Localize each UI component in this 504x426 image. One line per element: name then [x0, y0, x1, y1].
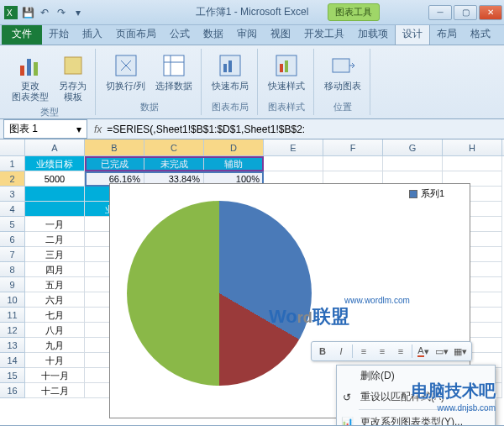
quick-layout-button[interactable]: 快速布局	[208, 50, 252, 99]
outline-button[interactable]: ▭▾	[434, 344, 449, 359]
tab-design[interactable]: 设计	[395, 23, 430, 45]
cell[interactable]: 二月	[25, 232, 85, 247]
cell[interactable]: 十一月	[25, 368, 85, 383]
tab-view[interactable]: 视图	[264, 24, 297, 45]
quick-styles-label: 快速样式	[268, 81, 305, 92]
cell[interactable]: 一月	[25, 217, 85, 232]
name-box[interactable]: 图表 1 ▾	[3, 119, 87, 139]
row-header[interactable]: 14	[0, 353, 25, 368]
col-header-b[interactable]: B	[85, 139, 144, 155]
row-header[interactable]: 8	[0, 262, 25, 277]
cell[interactable]: 十二月	[25, 383, 85, 398]
cell[interactable]: 七月	[25, 308, 85, 323]
font-color-button[interactable]: A▾	[416, 344, 431, 359]
maximize-button[interactable]: ▢	[454, 5, 477, 20]
cell[interactable]	[323, 156, 383, 171]
minimize-button[interactable]: ─	[428, 5, 452, 20]
row-header[interactable]: 6	[0, 232, 25, 247]
redo-icon[interactable]: ↷	[54, 5, 69, 20]
name-box-dropdown-icon[interactable]: ▾	[76, 124, 81, 135]
col-header-h[interactable]: H	[443, 139, 502, 155]
row-header[interactable]: 10	[0, 292, 25, 308]
menu-item[interactable]: 📊更改系列图表类型(Y)...	[337, 412, 495, 425]
quick-styles-button[interactable]: 快速样式	[265, 50, 308, 99]
tab-layout[interactable]: 布局	[430, 24, 464, 45]
cell[interactable]	[443, 156, 502, 171]
undo-icon[interactable]: ↶	[37, 5, 52, 20]
fx-icon[interactable]: fx	[94, 124, 102, 135]
cell[interactable]: 六月	[25, 292, 85, 308]
row-header[interactable]: 15	[0, 368, 25, 383]
tab-developer[interactable]: 开发工具	[297, 24, 351, 45]
ribbon-group-styles: 快速样式 图表样式	[260, 49, 314, 115]
style-gallery-button[interactable]: ▦▾	[453, 344, 468, 359]
row-header[interactable]: 9	[0, 277, 25, 292]
select-all-corner[interactable]	[0, 139, 25, 155]
menu-item-icon	[340, 370, 354, 383]
row-header[interactable]: 11	[0, 308, 25, 323]
file-tab[interactable]: 文件	[2, 24, 42, 45]
tab-addins[interactable]: 加载项	[351, 24, 395, 45]
select-data-button[interactable]: 选择数据	[152, 50, 196, 99]
svg-rect-2	[20, 66, 24, 76]
row-header[interactable]: 7	[0, 247, 25, 262]
cell[interactable]: 三月	[25, 247, 85, 262]
row-header[interactable]: 13	[0, 338, 25, 353]
bold-button[interactable]: B	[315, 344, 330, 359]
row-header[interactable]: 4	[0, 202, 25, 217]
col-header-e[interactable]: E	[264, 139, 323, 155]
row-header[interactable]: 3	[0, 187, 25, 202]
tab-pagelayout[interactable]: 页面布局	[109, 24, 163, 45]
ribbon-group-layouts: 快速布局 图表布局	[203, 49, 258, 115]
row-header[interactable]: 16	[0, 383, 25, 398]
cell[interactable]: 八月	[25, 323, 85, 338]
chart-legend[interactable]: 系列1	[409, 187, 444, 200]
watermark-url-2: www.dnjsb.com	[438, 403, 496, 413]
col-header-d[interactable]: D	[204, 139, 264, 155]
align-center-icon[interactable]: ≡	[375, 344, 390, 359]
formula-input[interactable]	[105, 122, 501, 137]
save-template-button[interactable]: 另存为 模板	[55, 50, 90, 104]
tab-insert[interactable]: 插入	[76, 24, 109, 45]
close-button[interactable]: ✕	[479, 5, 502, 20]
tab-review[interactable]: 审阅	[230, 24, 264, 45]
cell[interactable]: 5000	[25, 171, 85, 187]
cell[interactable]: 业绩目标	[25, 156, 85, 171]
cell[interactable]	[264, 156, 323, 171]
row-header[interactable]: 1	[0, 156, 25, 171]
qat-dropdown-icon[interactable]: ▾	[71, 5, 86, 20]
cell[interactable]	[25, 202, 85, 217]
cell[interactable]: 辅助	[204, 156, 264, 171]
cell[interactable]	[25, 187, 85, 202]
align-left-icon[interactable]: ≡	[356, 344, 371, 359]
cell[interactable]: 四月	[25, 262, 85, 277]
cell[interactable]	[383, 156, 443, 171]
col-header-c[interactable]: C	[144, 139, 204, 155]
row-header[interactable]: 12	[0, 323, 25, 338]
pie-chart[interactable]	[127, 201, 312, 386]
switch-rowcol-button[interactable]: 切换行/列	[102, 50, 149, 99]
cell[interactable]: 十月	[25, 353, 85, 368]
quick-styles-icon	[273, 52, 300, 79]
cell[interactable]: 五月	[25, 277, 85, 292]
move-chart-button[interactable]: 移动图表	[321, 50, 365, 99]
svg-text:X: X	[7, 8, 13, 18]
tab-formulas[interactable]: 公式	[163, 24, 197, 45]
align-right-icon[interactable]: ≡	[393, 344, 408, 359]
move-chart-icon	[329, 52, 356, 79]
col-header-a[interactable]: A	[25, 139, 85, 155]
tab-format[interactable]: 格式	[464, 24, 497, 45]
save-icon[interactable]: 💾	[20, 5, 35, 20]
cell[interactable]: 九月	[25, 338, 85, 353]
tab-home[interactable]: 开始	[42, 24, 76, 45]
row-header[interactable]: 2	[0, 171, 25, 187]
svg-rect-11	[223, 64, 227, 72]
italic-button[interactable]: I	[333, 344, 349, 359]
cell[interactable]: 已完成	[85, 156, 144, 171]
change-chart-type-button[interactable]: 更改 图表类型	[8, 50, 52, 104]
cell[interactable]: 未完成	[144, 156, 204, 171]
tab-data[interactable]: 数据	[197, 24, 230, 45]
col-header-f[interactable]: F	[323, 139, 383, 155]
col-header-g[interactable]: G	[383, 139, 443, 155]
row-header[interactable]: 5	[0, 217, 25, 232]
